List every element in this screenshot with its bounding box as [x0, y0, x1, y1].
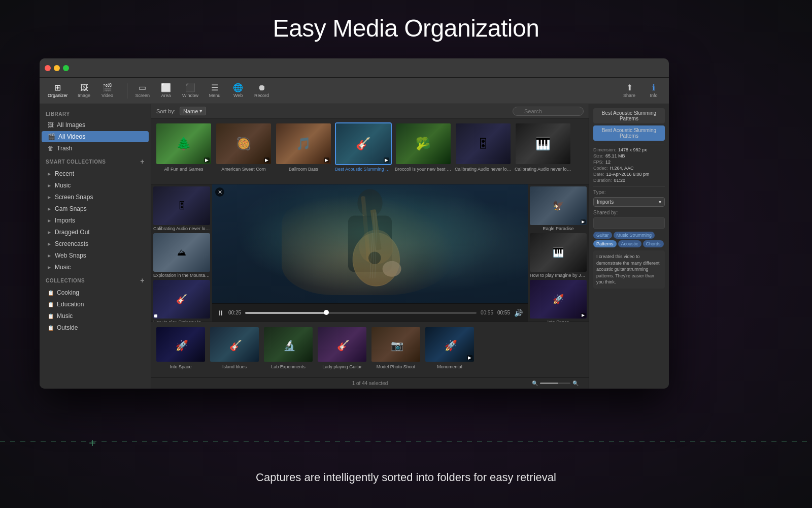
video-close-button[interactable]: ✕: [215, 187, 224, 197]
sidebar-item-all-videos[interactable]: 🎬 All Videos: [42, 131, 149, 142]
tag-acoustic[interactable]: Acoustic: [618, 240, 641, 247]
add-collection-button[interactable]: +: [140, 276, 145, 284]
info-icon: ℹ: [652, 84, 655, 92]
info-title-box-2[interactable]: Best Acoustic Slumming Patterns: [593, 125, 665, 141]
menu-label: Menu: [209, 93, 221, 98]
tag-guitar[interactable]: Guitar: [593, 232, 612, 239]
bottom-item-lab[interactable]: 🔬 Lab Experiments: [263, 326, 314, 369]
info-button[interactable]: ℹ Info: [642, 82, 665, 100]
cooking-icon: 📋: [48, 290, 54, 296]
sidebar-item-outside[interactable]: 📋 Outside: [42, 322, 149, 333]
bottom-item-lady[interactable]: 🎸 Lady playing Guitar: [317, 326, 367, 369]
type-select[interactable]: Imports ▾: [593, 197, 665, 207]
bottom-item-monumental[interactable]: 🚀 ▶ Monumental: [424, 326, 475, 369]
title-bar: [40, 58, 669, 78]
music-label: Music: [55, 182, 71, 189]
filmstrip-item-corn[interactable]: 🥘 ▶ American Sweet Corn: [215, 122, 272, 172]
bottom-item-space[interactable]: 🚀 Into Space: [155, 326, 206, 369]
music-collection-icon: 📋: [48, 313, 54, 319]
sidebar-item-music[interactable]: ▶ Music: [42, 180, 149, 191]
filmstrip-item-broccoli[interactable]: 🥦 Broccoli is your new best friend: [395, 122, 452, 172]
shared-by-input[interactable]: [593, 217, 665, 229]
zoom-out-icon[interactable]: 🔍: [532, 380, 538, 386]
thumb-eagle[interactable]: 🦅 ▶ Eagle Paradise: [530, 186, 587, 231]
progress-bar[interactable]: [245, 312, 477, 314]
volume-button[interactable]: 🔊: [514, 309, 523, 317]
duration-val: 01:20: [614, 178, 626, 183]
organizer-button[interactable]: ⊞ Organizer: [44, 82, 72, 100]
imports-label: Imports: [55, 217, 75, 224]
window-button[interactable]: ⬛ Window: [178, 82, 202, 100]
traffic-lights: [45, 65, 69, 71]
tag-acoustic-label: Acoustic: [621, 241, 638, 246]
thumb-label-eagle: Eagle Paradise: [530, 226, 587, 231]
info-title-box-1[interactable]: Best Acoustic Slumming Patterns: [593, 108, 665, 123]
screen-snaps-label: Screen Snaps: [55, 194, 93, 201]
image-button[interactable]: 🖼 Image: [73, 82, 95, 100]
close-button[interactable]: [45, 65, 51, 71]
smart-collections-header: SMART COLLECTIONS +: [40, 154, 151, 168]
dragged-out-label: Dragged Out: [55, 229, 90, 236]
sidebar-item-screen-snaps[interactable]: ▶ Screen Snaps: [42, 192, 149, 203]
play-pause-button[interactable]: ⏸: [217, 309, 224, 317]
sidebar-item-education[interactable]: 📋 Education: [42, 299, 149, 310]
codec-key: Codec:: [593, 166, 608, 171]
share-button[interactable]: ⬆ Share: [618, 82, 640, 100]
search-input[interactable]: [513, 107, 584, 116]
info-row-codec: Codec: H.264, AAC: [593, 166, 665, 171]
tag-patterns[interactable]: Patterns: [593, 240, 617, 247]
minimize-button[interactable]: [54, 65, 60, 71]
sidebar-item-web-snaps[interactable]: ▶ Web Snaps: [42, 250, 149, 261]
sort-name-button[interactable]: Name ▾: [180, 107, 206, 115]
zoom-controls: 🔍 🔍: [532, 380, 579, 386]
tag-container: Guitar Music Strumming Patterns Acoustic: [593, 232, 665, 247]
filmstrip-item-all-fun[interactable]: 🌲 ▶ All Fun and Games: [155, 122, 212, 172]
maximize-button[interactable]: [63, 65, 69, 71]
screen-button[interactable]: ▭ Screen: [131, 82, 154, 100]
thumb-rocket[interactable]: 🚀 ▶ Into Space: [530, 280, 587, 322]
thumb-label-exploration: Exploration in the Mountains: [153, 273, 210, 278]
thumb-stairway[interactable]: 🎸 How to play Stairway to Heaven: [153, 280, 210, 322]
tag-chords[interactable]: Chords: [643, 240, 664, 247]
record-icon: ⏺: [258, 84, 266, 92]
status-bar: 1 of 44 selected 🔍 🔍: [151, 377, 589, 389]
trash-icon: 🗑: [48, 145, 54, 152]
sidebar-item-trash[interactable]: 🗑 Trash: [42, 143, 149, 154]
filmstrip-item-calibrating2[interactable]: 🎹 Calibrating Audio never looke...: [515, 122, 571, 172]
bottom-item-model[interactable]: 📷 Model Photo Shoot: [370, 326, 421, 369]
thumb-calibrating-audio[interactable]: 🎛 Calibrating Audio never looke.: [153, 186, 210, 231]
sidebar-item-screencasts[interactable]: ▶ Screencasts: [42, 238, 149, 249]
sidebar-item-all-images[interactable]: 🖼 All Images: [42, 119, 149, 131]
filmstrip-item-ballroom[interactable]: 🎵 ▶ Ballroom Bass: [275, 122, 332, 172]
zoom-in-icon[interactable]: 🔍: [572, 380, 579, 386]
filmstrip-item-calibrating1[interactable]: 🎛 Calibrating Audio never looke...: [455, 122, 512, 172]
filmstrip-item-best-acoustic[interactable]: 🎸 ▶ Best Acoustic Slumming Patterns: [335, 122, 392, 172]
sidebar-item-music2[interactable]: ▶ Music: [42, 262, 149, 273]
sidebar-item-dragged-out[interactable]: ▶ Dragged Out: [42, 227, 149, 238]
type-value: Imports: [597, 199, 614, 205]
thumb-img-imagine: 🎹: [530, 233, 587, 272]
sidebar-item-music-collection[interactable]: 📋 Music: [42, 310, 149, 322]
codec-val: H.264, AAC: [610, 166, 634, 171]
record-button[interactable]: ⏺ Record: [250, 82, 273, 100]
thumb-label-imagine: How to play Imagine by John...: [530, 273, 587, 278]
progress-thumb: [324, 310, 329, 315]
zoom-bar[interactable]: [540, 383, 570, 384]
sidebar-item-cooking[interactable]: 📋 Cooking: [42, 287, 149, 298]
web-button[interactable]: 🌐 Web: [227, 82, 249, 100]
area-button[interactable]: ⬜ Area: [155, 82, 177, 100]
tag-music-strumming[interactable]: Music Strumming: [614, 232, 655, 239]
menu-button[interactable]: ☰ Menu: [204, 82, 226, 100]
sidebar-item-cam-snaps[interactable]: ▶ Cam Snaps: [42, 203, 149, 214]
sidebar-item-imports[interactable]: ▶ Imports: [42, 215, 149, 226]
video-frame[interactable]: [212, 184, 528, 303]
add-smart-collection-button[interactable]: +: [140, 157, 145, 166]
tag-chords-label: Chords: [646, 241, 661, 246]
bottom-item-blues[interactable]: 🎸 Island blues: [209, 326, 260, 369]
thumb-imagine[interactable]: 🎹 How to play Imagine by John...: [530, 233, 587, 278]
app-window: ⊞ Organizer 🖼 Image 🎬 Video ▭ Screen: [40, 58, 669, 389]
video-button[interactable]: 🎬 Video: [96, 82, 119, 100]
sidebar-item-recent[interactable]: ▶ Recent: [42, 168, 149, 179]
date-val: 12-Apr-2016 6:08 pm: [606, 172, 650, 177]
thumb-exploration[interactable]: ⛰ Exploration in the Mountains: [153, 233, 210, 278]
